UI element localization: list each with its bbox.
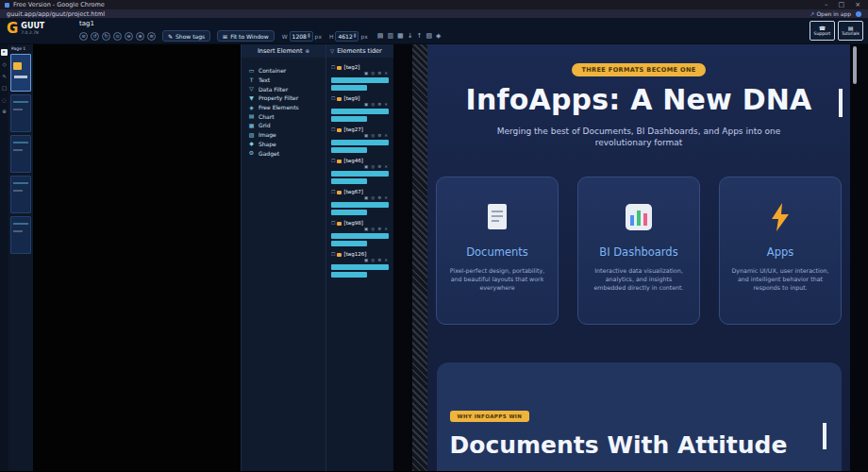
- undo-icon[interactable]: ↺: [91, 32, 99, 41]
- delete-icon[interactable]: ×: [384, 228, 388, 232]
- settings-icon[interactable]: ⚙: [377, 165, 381, 170]
- rendered-page[interactable]: THREE FORMATS BECOME ONE InfoApps: A New…: [427, 44, 850, 471]
- insert-item-free-elements[interactable]: ◈Free Elements: [248, 103, 319, 112]
- page-thumbnail[interactable]: [10, 176, 31, 213]
- element-child-row[interactable]: [331, 140, 389, 145]
- checkbox-icon[interactable]: ☐: [331, 159, 335, 163]
- canvas-empty-area[interactable]: [33, 44, 241, 471]
- insert-item-data-filter[interactable]: ▽Data Filter: [248, 84, 319, 93]
- element-child-row[interactable]: [331, 178, 367, 184]
- checkbox-icon[interactable]: ☐: [331, 65, 335, 70]
- delete-icon[interactable]: ×: [384, 165, 388, 170]
- insert-item-text[interactable]: TText: [248, 76, 319, 85]
- element-child-row[interactable]: [331, 241, 367, 246]
- visibility-icon[interactable]: ◎: [371, 259, 375, 263]
- element-child-row[interactable]: [331, 171, 389, 177]
- plus-circle-icon[interactable]: ⊕: [306, 48, 310, 54]
- settings-icon[interactable]: ⚙: [377, 72, 381, 76]
- tutorials-button[interactable]: ▤ Tutorials: [838, 21, 863, 41]
- why-infoapps-section[interactable]: WHY INFOAPPS WIN Documents With Attitude…: [437, 362, 842, 471]
- visibility-icon[interactable]: ◎: [371, 165, 375, 170]
- element-node-header[interactable]: ☐[tag67]: [331, 190, 389, 195]
- insert-item-container[interactable]: ▭Container: [248, 66, 319, 76]
- download-icon[interactable]: ↓: [408, 32, 413, 40]
- paste-icon[interactable]: ⊜: [147, 32, 156, 41]
- checkbox-icon[interactable]: ☐: [331, 96, 335, 101]
- page-thumbnail[interactable]: [10, 94, 31, 132]
- visibility-icon[interactable]: ◎: [371, 228, 375, 232]
- duplicate-icon[interactable]: ▣: [364, 72, 368, 76]
- element-node-header[interactable]: ☐[tag126]: [331, 252, 389, 258]
- visibility-icon[interactable]: ◎: [371, 103, 375, 108]
- show-tags-toggle[interactable]: ✎ Show tags: [162, 30, 210, 42]
- element-child-row[interactable]: [331, 147, 367, 153]
- insert-item-chart[interactable]: ▤Chart: [248, 111, 319, 121]
- maximize-button[interactable]: □: [839, 0, 845, 9]
- element-node-header[interactable]: ☐[tag2]: [331, 65, 389, 71]
- stepper-arrows-icon[interactable]: ▲▼: [308, 33, 310, 39]
- element-child-row[interactable]: [331, 77, 389, 83]
- insert-item-grid[interactable]: ▦Grid: [248, 121, 319, 130]
- element-node-header[interactable]: ☐[tag9]: [331, 96, 389, 102]
- visibility-icon[interactable]: ◎: [371, 134, 375, 139]
- delete-icon[interactable]: ×: [384, 134, 388, 139]
- settings-icon[interactable]: ⚙: [377, 259, 381, 263]
- delete-icon[interactable]: ×: [384, 72, 388, 76]
- page-thumbnail[interactable]: [10, 216, 31, 254]
- element-node-header[interactable]: ☐[tag46]: [331, 159, 389, 164]
- element-child-row[interactable]: [331, 202, 389, 208]
- height-input[interactable]: 4612 ▲▼: [335, 31, 359, 42]
- zoom-tool[interactable]: ⊕: [2, 110, 7, 115]
- element-child-row[interactable]: [331, 116, 367, 122]
- element-child-row[interactable]: [331, 264, 389, 270]
- hero-badge[interactable]: THREE FORMATS BECOME ONE: [572, 63, 705, 76]
- duplicate-icon[interactable]: ▣: [364, 259, 368, 263]
- card-bi-dashboards[interactable]: BI Dashboards Interactive data visualiza…: [577, 177, 700, 325]
- settings-icon[interactable]: ⚙: [377, 103, 381, 108]
- insert-item-shape[interactable]: ◆Shape: [248, 140, 319, 149]
- grid-icon[interactable]: ▧: [426, 32, 432, 40]
- card-documents[interactable]: Documents Pixel-perfect design, portabil…: [436, 177, 559, 325]
- element-child-row[interactable]: [331, 210, 367, 215]
- card-apps[interactable]: Apps Dynamic UI/UX, user interaction, an…: [719, 177, 842, 325]
- duplicate-icon[interactable]: ▣: [364, 228, 368, 232]
- ban-icon[interactable]: ⊘: [79, 32, 88, 41]
- pan-tool[interactable]: ◇: [2, 62, 6, 68]
- visibility-icon[interactable]: ◎: [371, 72, 375, 76]
- element-child-row[interactable]: [331, 85, 367, 91]
- checkbox-icon[interactable]: ☐: [331, 252, 335, 257]
- hero-title[interactable]: InfoApps: A New DNA: [427, 84, 850, 117]
- close-button[interactable]: ×: [855, 0, 860, 9]
- delete-icon[interactable]: ×: [384, 103, 388, 108]
- draw-tool[interactable]: ✎: [2, 75, 7, 80]
- minimize-button[interactable]: –: [825, 0, 828, 9]
- comment-tool[interactable]: ◌: [2, 98, 7, 104]
- duplicate-icon[interactable]: ▣: [364, 196, 368, 201]
- insert-item-gadget[interactable]: ⚙Gadget: [248, 148, 319, 158]
- rows-icon[interactable]: ▦: [397, 32, 404, 40]
- select-tool[interactable]: ▸: [1, 49, 8, 56]
- open-in-app-button[interactable]: ↗ Open in app: [810, 10, 851, 17]
- support-button[interactable]: ☎ Support: [810, 21, 835, 41]
- hero-subtitle[interactable]: Merging the best of Documents, BI Dashbo…: [483, 126, 794, 148]
- preview-scrollbar[interactable]: [853, 46, 857, 84]
- checkbox-icon[interactable]: ☐: [331, 221, 335, 226]
- duplicate-icon[interactable]: ▣: [364, 165, 368, 170]
- checkbox-icon[interactable]: ☐: [331, 190, 335, 194]
- shape-tool[interactable]: □: [2, 86, 7, 92]
- profile-avatar[interactable]: [856, 11, 861, 17]
- duplicate-icon[interactable]: ▣: [364, 134, 368, 139]
- filter-icon[interactable]: ▽: [330, 48, 334, 54]
- stepper-arrows-icon[interactable]: ▲▼: [354, 33, 357, 39]
- visibility-icon[interactable]: ◎: [371, 196, 375, 201]
- effects-icon[interactable]: ◈: [436, 32, 441, 40]
- settings-icon[interactable]: ⚙: [377, 196, 381, 201]
- sync-icon[interactable]: ⊙: [113, 32, 122, 41]
- layers-icon[interactable]: ▤: [377, 32, 384, 40]
- delete-icon[interactable]: ×: [384, 196, 388, 201]
- upload-icon[interactable]: ↑: [417, 32, 423, 40]
- url-text[interactable]: guuit.app/app/guut/project.html: [7, 10, 105, 18]
- element-node-header[interactable]: ☐[tag98]: [331, 221, 389, 227]
- checkbox-icon[interactable]: ☐: [331, 127, 335, 132]
- insert-item-image[interactable]: ▨Image: [248, 130, 319, 140]
